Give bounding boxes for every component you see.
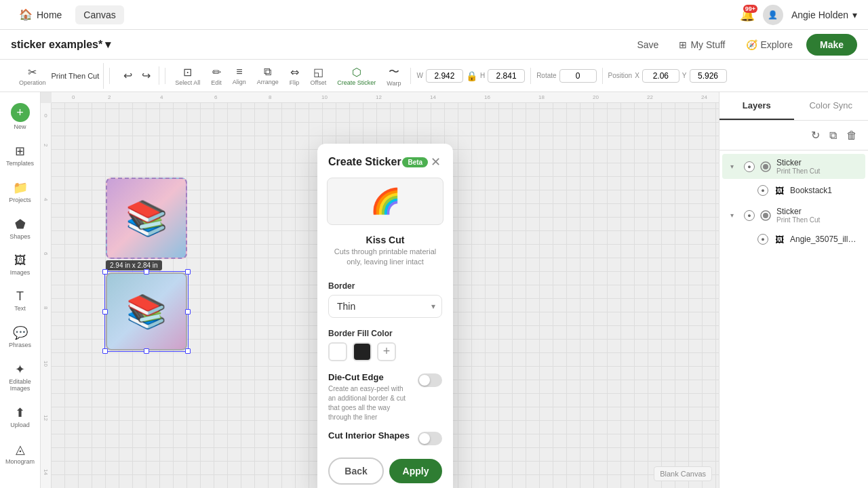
dialog-header: Create Sticker Beta ✕ — [317, 144, 453, 178]
expand-icon[interactable]: ▾ — [730, 163, 740, 170]
explore-button[interactable]: 🧭 Explore — [739, 35, 800, 54]
redo-button[interactable]: ↪ — [138, 66, 155, 85]
align-button[interactable]: ≡ Align — [229, 63, 250, 88]
apply-button[interactable]: Apply — [389, 459, 442, 483]
sidebar-item-projects[interactable]: 📁 Projects — [3, 175, 38, 209]
toggle-knob — [419, 375, 430, 386]
ruler-vertical: 0 2 4 6 8 10 12 14 — [41, 103, 52, 488]
blank-canvas-label: Blank Canvas — [654, 466, 712, 481]
sidebar-item-new[interactable]: + New — [3, 98, 38, 136]
align-icon: ≡ — [236, 66, 242, 78]
my-stuff-button[interactable]: ⊞ My Stuff — [672, 35, 732, 54]
canvas-nav-item[interactable]: Canvas — [75, 5, 123, 24]
add-color-button[interactable]: + — [377, 342, 396, 361]
die-cut-toggle[interactable] — [418, 373, 442, 387]
sidebar-item-shapes[interactable]: ⬟ Shapes — [3, 211, 38, 245]
editable-images-icon: ✦ — [15, 362, 25, 377]
border-select[interactable]: Thin None Medium Thick — [328, 295, 442, 318]
rotate-input[interactable] — [559, 69, 597, 83]
sidebar-item-editable-images[interactable]: ✦ Editable Images — [3, 357, 38, 397]
layer-name-group: Sticker Print Then Cut — [776, 158, 857, 175]
sidebar-item-text[interactable]: T Text — [3, 284, 38, 317]
visibility-toggle-1[interactable]: ● — [744, 161, 755, 172]
expand-icon-2[interactable]: ▾ — [730, 211, 740, 219]
width-input[interactable] — [426, 69, 463, 83]
tab-color-sync[interactable]: Color Sync — [794, 92, 869, 120]
layer1-sub: Print Then Cut — [776, 167, 857, 175]
sidebar-item-phrases[interactable]: 💬 Phrases — [3, 320, 38, 354]
canvas-area[interactable]: 0 2 4 6 8 10 12 14 16 18 20 22 24 0 2 4 … — [41, 92, 719, 488]
copy-icon-button[interactable]: ⧉ — [827, 127, 840, 144]
operation-icon: ✂ — [28, 66, 37, 79]
undo-icon: ↩ — [123, 69, 132, 82]
warp-icon: 〜 — [389, 65, 399, 79]
undo-button[interactable]: ↩ — [119, 66, 136, 85]
color-swatch-black[interactable] — [353, 342, 372, 361]
dialog-overlay: Create Sticker Beta ✕ 🌈 Kiss Cut Cuts th… — [52, 103, 719, 488]
left-sidebar: + New ⊞ Templates 📁 Projects ⬟ Shapes 🖼 … — [0, 92, 41, 488]
size-inputs: W 🔒 H — [416, 69, 525, 83]
notification-badge: 99+ — [743, 5, 757, 13]
visibility-toggle-2c[interactable]: ● — [757, 234, 768, 245]
cut-interior-section: Cut Interior Shapes — [317, 428, 453, 451]
layer-child-1[interactable]: ● 🖼 Bookstack1 — [736, 180, 865, 201]
die-cut-description: Create an easy-peel with an additional b… — [328, 384, 412, 422]
project-title[interactable]: sticker examples* ▾ — [11, 38, 111, 51]
color-swatch-white[interactable] — [328, 342, 347, 361]
sidebar-item-upload[interactable]: ⬆ Upload — [3, 400, 38, 434]
layer-item-sticker1[interactable]: ▾ ● Sticker Print Then Cut — [722, 154, 865, 179]
make-button[interactable]: Make — [806, 34, 857, 56]
delete-icon-button[interactable]: 🗑 — [844, 127, 860, 144]
notification-button[interactable]: 🔔 99+ — [740, 7, 755, 22]
monogram-icon: ◬ — [16, 442, 25, 457]
height-label: H — [480, 72, 485, 79]
lock-icon[interactable]: 🔒 — [466, 70, 477, 81]
die-cut-section: Die-Cut Edge Create an easy-peel with an… — [317, 367, 453, 428]
shapes-icon: ⬟ — [15, 217, 26, 232]
layer-group-1: ▾ ● Sticker Print Then Cut — [719, 154, 868, 201]
save-button[interactable]: Save — [630, 35, 665, 54]
image-type-icon-2: 🖼 — [772, 232, 786, 246]
sidebar-item-images[interactable]: 🖼 Images — [3, 248, 38, 281]
grid-icon: ⊞ — [679, 39, 687, 50]
tab-layers[interactable]: Layers — [719, 92, 794, 120]
flip-button[interactable]: ⇔ Flip — [285, 63, 304, 89]
offset-button[interactable]: ◱ Offset — [306, 63, 330, 89]
layer-child-2[interactable]: ● 🖼 Angie_35075_illustrati... — [736, 228, 865, 250]
sidebar-item-monogram[interactable]: ◬ Monogram — [3, 436, 38, 470]
canvas-content[interactable]: 📚 2.94 in x 2.84 in 📚 — [52, 103, 719, 488]
operation-button[interactable]: ✂ Operation — [15, 63, 50, 89]
dialog-close-button[interactable]: ✕ — [429, 153, 442, 171]
select-all-button[interactable]: ⊡ Select All — [171, 63, 204, 89]
cut-interior-toggle[interactable] — [418, 432, 442, 445]
sticker-icon: ⬡ — [352, 66, 361, 79]
back-button[interactable]: Back — [328, 458, 384, 485]
visibility-toggle-2[interactable]: ● — [744, 210, 755, 221]
y-input[interactable] — [690, 69, 727, 83]
edit-button[interactable]: ✏ Edit — [207, 63, 226, 89]
sidebar-upload-label: Upload — [10, 422, 30, 428]
offset-icon: ◱ — [313, 66, 323, 79]
create-sticker-dialog: Create Sticker Beta ✕ 🌈 Kiss Cut Cuts th… — [317, 144, 453, 488]
sidebar-item-templates[interactable]: ⊞ Templates — [3, 138, 38, 172]
refresh-icon-button[interactable]: ↻ — [808, 126, 823, 144]
edit-icon: ✏ — [212, 66, 221, 79]
home-nav-link[interactable]: 🏠 Home — [11, 4, 70, 25]
flip-icon: ⇔ — [290, 66, 299, 79]
height-input[interactable] — [488, 69, 525, 83]
toggle-knob-2 — [419, 433, 430, 444]
create-sticker-button[interactable]: ⬡ Create Sticker — [333, 63, 380, 89]
x-input[interactable] — [642, 69, 679, 83]
operation-value: Print Then Cut — [52, 72, 100, 80]
rotate-label: Rotate — [536, 72, 556, 79]
user-menu[interactable]: Angie Holden ▾ — [791, 9, 857, 20]
sidebar-text-label: Text — [14, 305, 26, 312]
title-actions: Save ⊞ My Stuff 🧭 Explore Make — [630, 34, 857, 56]
layer-group-2: ▾ ● Sticker Print Then Cut — [719, 203, 868, 250]
die-cut-info: Die-Cut Edge Create an easy-peel with an… — [328, 372, 412, 422]
visibility-toggle-1c[interactable]: ● — [757, 185, 768, 196]
layer-item-sticker2[interactable]: ▾ ● Sticker Print Then Cut — [722, 203, 865, 228]
y-label: Y — [682, 72, 687, 79]
warp-button[interactable]: 〜 Warp — [382, 62, 405, 89]
arrange-button[interactable]: ⧉ Arrange — [253, 63, 283, 88]
